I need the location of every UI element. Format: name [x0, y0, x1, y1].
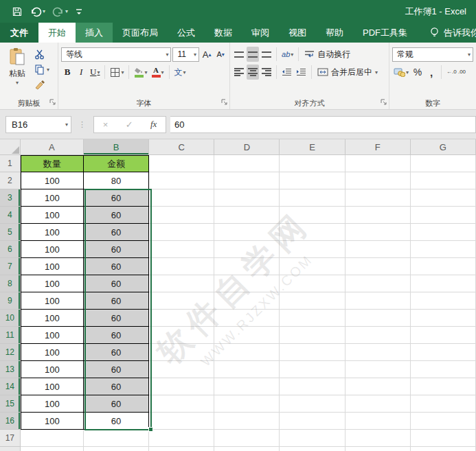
cell-F9[interactable]: [345, 292, 411, 310]
cell-E2[interactable]: [280, 172, 345, 189]
cell-G13[interactable]: [411, 361, 476, 378]
cell-B13[interactable]: 60: [84, 361, 149, 378]
align-right-button[interactable]: [260, 65, 273, 80]
cell-E4[interactable]: [280, 207, 345, 224]
alignment-dialog-launcher-icon[interactable]: [381, 99, 387, 107]
cell-D3[interactable]: [214, 189, 280, 207]
italic-button[interactable]: I: [75, 65, 87, 80]
cell-D17[interactable]: [214, 430, 280, 447]
cell-E1[interactable]: [280, 155, 345, 172]
row-header-8[interactable]: 8: [0, 275, 21, 292]
cell-F8[interactable]: [345, 275, 411, 292]
cell-D7[interactable]: [214, 258, 280, 275]
cell-D14[interactable]: [214, 378, 280, 395]
cell-B4[interactable]: 60: [84, 207, 149, 224]
cell-D4[interactable]: [214, 207, 280, 224]
cell-G11[interactable]: [411, 327, 476, 344]
column-header-G[interactable]: G: [411, 139, 476, 155]
cell-F17[interactable]: [345, 430, 411, 447]
cell-A17[interactable]: [21, 430, 84, 447]
font-color-button[interactable]: A ▾: [150, 65, 166, 80]
cell-C10[interactable]: [149, 310, 214, 327]
cell-C15[interactable]: [149, 395, 214, 413]
cell-A12[interactable]: 100: [21, 344, 84, 361]
column-header-E[interactable]: E: [280, 139, 345, 155]
cell-E16[interactable]: [280, 413, 345, 430]
cell-D1[interactable]: [214, 155, 280, 172]
cell-F7[interactable]: [345, 258, 411, 275]
customize-qat-icon[interactable]: [73, 4, 85, 19]
percent-style-button[interactable]: %: [411, 65, 424, 80]
name-box-dropdown-icon[interactable]: ▾: [65, 122, 68, 128]
merge-center-button[interactable]: 合并后居中 ▾: [315, 65, 380, 80]
cell-C14[interactable]: [149, 378, 214, 395]
row-header-5[interactable]: 5: [0, 224, 21, 241]
row-header-6[interactable]: 6: [0, 241, 21, 258]
cell-B10[interactable]: 60: [84, 310, 149, 327]
tab-3[interactable]: 插入: [76, 23, 113, 43]
align-middle-button[interactable]: [247, 47, 259, 62]
cell-D12[interactable]: [214, 344, 280, 361]
paste-dropdown-icon[interactable]: ▾: [16, 80, 19, 86]
row-header-3[interactable]: 3: [0, 189, 21, 207]
cell-E3[interactable]: [280, 189, 345, 207]
cell-E7[interactable]: [280, 258, 345, 275]
cell-G3[interactable]: [411, 189, 476, 207]
cell-D11[interactable]: [214, 327, 280, 344]
cell-G7[interactable]: [411, 258, 476, 275]
cell-E6[interactable]: [280, 241, 345, 258]
cell-C2[interactable]: [149, 172, 214, 189]
align-center-button[interactable]: [247, 65, 259, 80]
cell-G4[interactable]: [411, 207, 476, 224]
cell-A8[interactable]: 100: [21, 275, 84, 292]
row-header-15[interactable]: 15: [0, 395, 21, 413]
font-name-combo[interactable]: 等线 ▾: [61, 47, 171, 62]
cell-F10[interactable]: [345, 310, 411, 327]
row-header-10[interactable]: 10: [0, 310, 21, 327]
cell-G17[interactable]: [411, 430, 476, 447]
cell-D6[interactable]: [214, 241, 280, 258]
row-header-14[interactable]: 14: [0, 378, 21, 395]
cell-A18[interactable]: [21, 447, 84, 451]
cell-B12[interactable]: 60: [84, 344, 149, 361]
row-header-11[interactable]: 11: [0, 327, 21, 344]
cell-C7[interactable]: [149, 258, 214, 275]
cell-D18[interactable]: [214, 447, 280, 451]
cell-G5[interactable]: [411, 224, 476, 241]
cut-button[interactable]: [34, 48, 49, 60]
align-bottom-button[interactable]: [260, 47, 273, 62]
cell-F2[interactable]: [345, 172, 411, 189]
cell-A6[interactable]: 100: [21, 241, 84, 258]
font-size-combo[interactable]: 11 ▾: [172, 47, 199, 62]
paste-button[interactable]: 粘贴 ▾: [3, 45, 32, 97]
insert-function-icon[interactable]: fx: [150, 119, 157, 130]
cell-C4[interactable]: [149, 207, 214, 224]
comma-style-button[interactable]: ,: [425, 65, 438, 80]
cell-D9[interactable]: [214, 292, 280, 310]
cell-A9[interactable]: 100: [21, 292, 84, 310]
cell-C11[interactable]: [149, 327, 214, 344]
cell-B15[interactable]: 60: [84, 395, 149, 413]
tab-2[interactable]: 开始: [38, 23, 76, 43]
row-header-12[interactable]: 12: [0, 344, 21, 361]
cell-G10[interactable]: [411, 310, 476, 327]
cell-G14[interactable]: [411, 378, 476, 395]
cell-A15[interactable]: 100: [21, 395, 84, 413]
cell-C1[interactable]: [149, 155, 214, 172]
shrink-font-button[interactable]: A▾: [214, 47, 227, 62]
cell-F15[interactable]: [345, 395, 411, 413]
cell-F11[interactable]: [345, 327, 411, 344]
cell-C12[interactable]: [149, 344, 214, 361]
tell-me-box[interactable]: 告诉我你想要做: [429, 23, 476, 43]
cell-D5[interactable]: [214, 224, 280, 241]
cell-E11[interactable]: [280, 327, 345, 344]
undo-icon[interactable]: ▾: [27, 4, 47, 19]
accounting-format-button[interactable]: ▾: [392, 65, 410, 80]
cell-E9[interactable]: [280, 292, 345, 310]
cell-G1[interactable]: [411, 155, 476, 172]
cancel-icon[interactable]: ×: [103, 119, 109, 130]
undo-dropdown-icon[interactable]: ▾: [43, 8, 45, 14]
cell-D2[interactable]: [214, 172, 280, 189]
orientation-button[interactable]: ab▾: [280, 47, 295, 62]
clipboard-dialog-launcher-icon[interactable]: [49, 99, 56, 107]
